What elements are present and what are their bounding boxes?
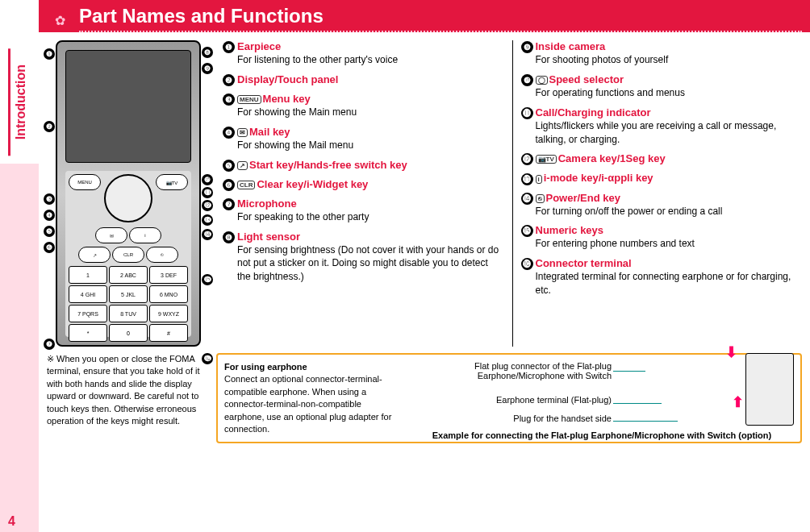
item-title: Menu key (263, 93, 311, 105)
item-bullet: ❸ (223, 94, 235, 106)
marker-16: ⓰ (202, 353, 213, 364)
item-desc: For listening to the other party's voice (237, 53, 504, 67)
item-bullet: ❿ (521, 74, 533, 86)
part-item: ❸MENUMenu keyFor showing the Main menu (223, 93, 504, 119)
earphone-label-3: Plug for the handset side (486, 414, 612, 423)
item-title: Speed selector (549, 73, 624, 85)
item-title: Inside camera (536, 40, 606, 52)
part-item: ⓭ii-mode key/i-αppli key (521, 172, 803, 185)
page-number: 4 (8, 514, 15, 529)
part-item: ⓬📷TVCamera key/1Seg key (521, 152, 803, 165)
earphone-text: Connect an optional connector-terminal-c… (224, 373, 402, 435)
marker-9: ❾ (202, 63, 213, 74)
key-icon: 📷TV (536, 155, 557, 164)
part-item: ❾Inside cameraFor shooting photos of you… (521, 40, 803, 67)
item-desc: For showing the Main menu (237, 106, 504, 119)
earphone-label-2: Earphone terminal (Flat-plug) (466, 395, 612, 405)
item-title: Earpiece (237, 40, 281, 52)
note-symbol: ※ (47, 354, 54, 364)
left-margin: Introduction (0, 0, 39, 532)
item-bullet: ❶ (223, 41, 235, 53)
item-title: Clear key/i-Widget key (257, 178, 368, 190)
leader-line (613, 403, 662, 404)
marker-8: ❽ (202, 47, 213, 58)
item-title: Microphone (237, 197, 297, 210)
part-item: ⓫Call/Charging indicatorLights/flickers … (521, 106, 803, 147)
item-desc: Integrated terminal for connecting earph… (536, 270, 803, 297)
flower-icon: ✿ (55, 13, 65, 28)
marker-6: ❻ (44, 242, 55, 253)
item-desc: Lights/flickers while you are receiving … (536, 119, 803, 147)
part-item: ❿◯Speed selectorFor operating functions … (521, 73, 803, 100)
phone-screen (65, 50, 191, 163)
part-item: ❷Display/Touch panel (223, 73, 504, 86)
item-bullet: ❻ (223, 179, 235, 191)
phone-keypad: MENU📷TV ✉i ↗CLR⎋ 12 ABC3 DEF 4 GHI5 JKL6… (65, 171, 191, 337)
marker-4: ❹ (44, 210, 55, 221)
item-bullet: ❾ (521, 41, 533, 53)
item-bullet: ❽ (223, 231, 235, 243)
part-item: ⓯Numeric keysFor entering phone numbers … (521, 224, 803, 251)
item-bullet: ⓬ (521, 153, 533, 165)
marker-12: ⓬ (202, 200, 213, 211)
key-icon: i (536, 175, 542, 184)
page-title: Part Names and Functions (79, 5, 802, 27)
key-icon: ◯ (536, 76, 548, 85)
item-bullet: ❺ (223, 160, 235, 172)
item-bullet: ❹ (223, 127, 235, 139)
marker-7: ❼ (44, 339, 55, 350)
earphone-title: For using earphone (224, 361, 402, 373)
key-icon: CLR (237, 181, 255, 189)
key-icon: ⎋ (536, 194, 545, 203)
margin-bg (0, 164, 39, 532)
item-title: Camera key/1Seg key (558, 152, 666, 164)
part-item: ❺↗Start key/Hands-free switch key (223, 159, 504, 172)
item-title: Start key/Hands-free switch key (249, 159, 407, 171)
marker-1: ❶ (44, 48, 55, 60)
item-title: Power/End key (546, 192, 620, 204)
part-item: ❽Light sensorFor sensing brightness (Do … (223, 231, 504, 284)
part-item: ❶EarpieceFor listening to the other part… (223, 40, 504, 67)
item-desc: For sensing brightness (Do not cover it … (237, 243, 504, 284)
arrow-down-icon: ⬇ (725, 343, 737, 361)
key-icon: ↗ (237, 161, 248, 170)
item-title: Call/Charging indicator (536, 106, 651, 118)
marker-10: ❿ (202, 174, 213, 185)
mini-phone-illustration (745, 353, 794, 426)
part-item: ❹✉Mail keyFor showing the Mail menu (223, 126, 504, 152)
marker-2: ❷ (44, 121, 55, 132)
item-desc: For operating functions and menus (536, 86, 803, 100)
key-icon: ✉ (237, 128, 248, 137)
earphone-diagram: Flat plug connector of the Flat-plug Ear… (410, 361, 794, 435)
marker-5: ❺ (44, 226, 55, 237)
note-text: When you open or close the FOMA terminal… (47, 354, 200, 426)
marker-14: ⓮ (202, 229, 213, 240)
item-title: Mail key (249, 126, 290, 138)
earphone-info-box: For using earphone Connect an optional c… (216, 353, 802, 443)
item-bullet: ⓮ (521, 193, 533, 205)
item-title: Display/Touch panel (237, 73, 338, 85)
marker-15: ⓯ (202, 274, 213, 285)
item-title: Light sensor (237, 231, 300, 243)
phone-illustration: MENU📷TV ✉i ↗CLR⎋ 12 ABC3 DEF 4 GHI5 JKL6… (56, 40, 201, 347)
item-bullet: ❼ (223, 198, 235, 210)
item-title: Numeric keys (536, 224, 604, 236)
item-desc: For shooting photos of yourself (536, 53, 803, 67)
marker-11: ⓫ (202, 187, 213, 198)
phone-diagram-column: MENU📷TV ✉i ↗CLR⎋ 12 ABC3 DEF 4 GHI5 JKL6… (44, 40, 213, 347)
part-item: ⓰Connector terminalIntegrated terminal f… (521, 257, 803, 297)
item-bullet: ⓫ (521, 107, 533, 119)
part-item: ❼MicrophoneFor speaking to the other par… (223, 197, 504, 224)
item-desc: For speaking to the other party (237, 210, 504, 224)
description-column-1: ❶EarpieceFor listening to the other part… (223, 40, 504, 347)
item-bullet: ⓯ (521, 225, 533, 237)
item-desc: For turning on/off the power or ending a… (536, 205, 803, 218)
item-bullet: ⓰ (521, 258, 533, 270)
header-divider (79, 31, 802, 32)
item-bullet: ⓭ (521, 173, 533, 185)
earphone-caption: Example for connecting the Flat-plug Ear… (410, 430, 794, 440)
item-desc: For entering phone numbers and text (536, 237, 803, 251)
earphone-label-1: Flat plug connector of the Flat-plug Ear… (410, 361, 612, 380)
part-item: ❻CLRClear key/i-Widget key (223, 178, 504, 191)
arrow-up-icon: ⬆ (732, 393, 744, 411)
